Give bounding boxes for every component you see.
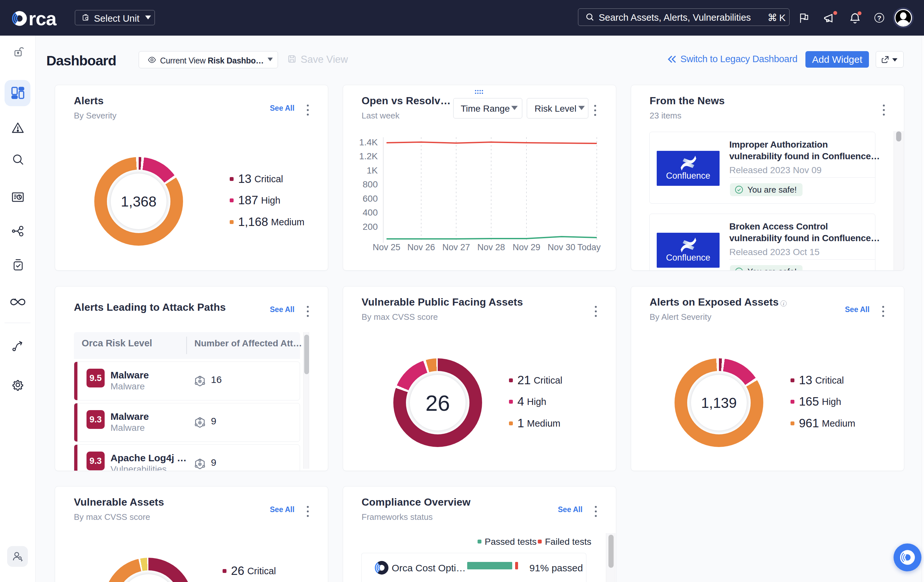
svg-text:400: 400	[363, 207, 378, 217]
svg-text:1.4K: 1.4K	[359, 137, 378, 147]
svg-text:1K: 1K	[367, 165, 378, 176]
svg-text:Today: Today	[578, 242, 601, 252]
svg-text:600: 600	[363, 194, 378, 204]
svg-text:rca: rca	[28, 9, 57, 27]
svg-text:800: 800	[363, 179, 378, 189]
svg-text:Nov 30: Nov 30	[548, 242, 576, 252]
svg-text:1.2K: 1.2K	[359, 151, 378, 161]
svg-text:200: 200	[363, 222, 378, 232]
svg-text:Nov 27: Nov 27	[442, 242, 470, 252]
svg-text:Nov 28: Nov 28	[477, 242, 505, 252]
svg-text:Nov 25: Nov 25	[373, 242, 401, 252]
svg-text:Nov 29: Nov 29	[513, 242, 540, 252]
svg-text:Nov 26: Nov 26	[407, 242, 435, 252]
